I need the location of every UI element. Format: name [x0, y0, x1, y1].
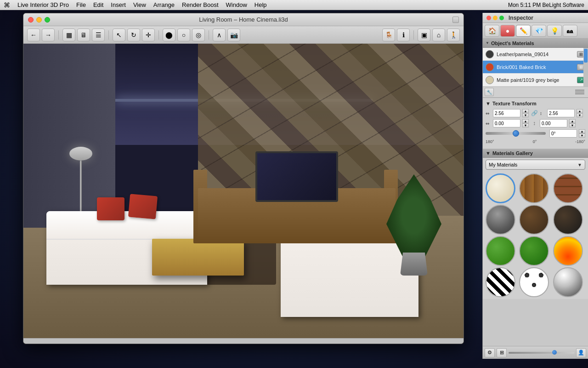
tx-rotation-step-down[interactable]: ▼	[579, 133, 585, 138]
swatch-zebra[interactable]	[486, 267, 515, 297]
insp-tab-gem[interactable]: 💎	[531, 25, 546, 37]
inspector-tabs: 🏠 ● ✏️ 💎 💡 🏘	[483, 23, 588, 39]
tx-rotation-stepper[interactable]: ▲ ▼	[579, 129, 585, 138]
furniture-btn[interactable]: 🪑	[382, 29, 395, 41]
tx-offsety-input[interactable]	[540, 119, 567, 127]
material-name-matte: Matte paint/1019 grey beige	[497, 77, 574, 83]
insp-add-btn[interactable]: ⚙	[485, 348, 495, 357]
render-btn[interactable]: 🖥	[77, 29, 90, 41]
rotation-label-min: 180°	[486, 139, 494, 144]
swatch-dark[interactable]	[553, 205, 583, 235]
insp-tab-light[interactable]: 💡	[547, 25, 562, 37]
swatch-fire[interactable]	[553, 236, 583, 266]
inspector-close-btn[interactable]	[486, 16, 491, 20]
rotation-slider-thumb[interactable]	[513, 130, 519, 137]
insp-tab-home[interactable]: 🏠	[485, 25, 499, 37]
2d-view-btn[interactable]: ▣	[418, 29, 430, 41]
tx-height-input[interactable]	[547, 109, 575, 117]
material-item-matte[interactable]: Matte paint/1019 grey beige ↗	[483, 74, 588, 86]
texture-transform-section: ▼ Texture Transform ⇔ 2.56 ▲ ▼ 🔗 ↕ ▲ ▼ ⇔…	[483, 98, 588, 149]
tx-height-step-up[interactable]: ▲	[577, 109, 583, 113]
viewport-scrollbar[interactable]	[23, 338, 464, 344]
donut-tool[interactable]: ◎	[192, 29, 205, 41]
arch-tool[interactable]: ∧	[213, 29, 226, 41]
sphere-tool[interactable]: ⬤	[163, 29, 175, 41]
walkthrough-btn[interactable]: 🚶	[447, 29, 460, 41]
rotation-slider-track[interactable]	[486, 132, 546, 135]
objects-materials-header: ▼ Object's Materials	[483, 39, 588, 48]
tx-width-stepper[interactable]: ▲ ▼	[522, 109, 529, 117]
insp-tab-edit[interactable]: ✏️	[516, 25, 531, 37]
menu-help[interactable]: Help	[254, 1, 267, 8]
gallery-dropdown-text: My Materials	[489, 162, 577, 167]
menu-edit[interactable]: Edit	[93, 1, 103, 8]
rotation-labels: 180° 0° -180°	[486, 139, 585, 144]
close-button[interactable]	[28, 17, 34, 23]
materials-list-scrollbar[interactable]	[583, 48, 588, 86]
tx-offsetx-input[interactable]	[493, 119, 520, 127]
back-btn[interactable]: ←	[27, 29, 40, 41]
window-title: Living Room – Home Cinema.li3d	[199, 16, 288, 23]
menu-view[interactable]: View	[133, 1, 146, 8]
swatch-leather[interactable]	[519, 205, 549, 235]
material-item-brick[interactable]: Brick/001 Baked Brick ⊞	[483, 61, 588, 74]
window-collapse-btn[interactable]	[452, 17, 459, 23]
tx-rotation-input[interactable]	[549, 129, 577, 138]
eyedropper-tool[interactable]: 🔧	[485, 88, 494, 96]
circle-tool[interactable]: ○	[177, 29, 190, 41]
tx-height-stepper[interactable]: ▲ ▼	[577, 109, 583, 117]
menu-window[interactable]: Window	[226, 1, 247, 8]
tx-offsety-stepper[interactable]: ▲ ▼	[569, 119, 576, 127]
apple-menu[interactable]: ⌘	[4, 1, 10, 9]
texture-transform-title: ▼ Texture Transform	[486, 101, 585, 106]
swatch-cream[interactable]	[486, 173, 515, 203]
3d-view-btn[interactable]: ⌂	[432, 29, 445, 41]
tx-offsetx-stepper[interactable]: ▲ ▼	[522, 119, 529, 127]
swatch-green1[interactable]	[486, 236, 515, 266]
menu-renderbst[interactable]: Render Boost	[182, 1, 219, 8]
select-tool[interactable]: ↖	[113, 29, 125, 41]
maximize-button[interactable]	[45, 17, 50, 23]
inspector-min-btn[interactable]	[493, 16, 498, 20]
swatch-metal[interactable]	[486, 205, 515, 235]
tx-offsetx-step-up[interactable]: ▲	[522, 119, 529, 123]
gallery-dropdown[interactable]: My Materials ▼	[486, 160, 585, 170]
forward-btn[interactable]: →	[42, 29, 55, 41]
info-btn[interactable]: ℹ	[397, 29, 410, 41]
tx-height-step-down[interactable]: ▼	[577, 113, 583, 117]
tx-width-input[interactable]: 2.56	[493, 109, 520, 117]
tx-offsety-step-down[interactable]: ▼	[569, 123, 576, 127]
tx-offsetx-step-down[interactable]: ▼	[522, 123, 529, 127]
insp-tab-material[interactable]: ●	[500, 25, 515, 37]
orbit-tool[interactable]: ↻	[127, 29, 140, 41]
insp-grid-btn[interactable]: ⊞	[497, 348, 507, 357]
tx-offset-row: ⇔ ▲ ▼ ↕ ▲ ▼	[486, 119, 585, 127]
menu-file[interactable]: File	[76, 1, 86, 8]
tx-width-step-up[interactable]: ▲	[522, 109, 529, 113]
swatch-spots[interactable]	[519, 267, 549, 297]
insp-tab-room[interactable]: 🏘	[563, 25, 577, 37]
tx-width-step-down[interactable]: ▼	[522, 113, 529, 117]
rotation-container: ▲ ▼ 180° 0° -180°	[486, 129, 585, 144]
viewport[interactable]	[23, 44, 464, 344]
material-item-leather[interactable]: Leather/pamela_09014 ⊞	[483, 48, 588, 61]
insp-person-btn[interactable]: 👤	[576, 348, 586, 357]
view-btn[interactable]: ☰	[92, 29, 105, 41]
tx-rotation-step-up[interactable]: ▲	[579, 129, 585, 133]
menu-arrange[interactable]: Arrange	[153, 1, 175, 8]
swatch-wood[interactable]	[519, 173, 549, 203]
inspector-max-btn[interactable]	[499, 16, 504, 20]
camera-btn[interactable]: 📷	[227, 29, 240, 41]
menu-insert[interactable]: Insert	[111, 1, 126, 8]
insp-zoom-slider[interactable]	[509, 352, 574, 354]
tx-offsety-step-up[interactable]: ▲	[569, 119, 576, 123]
move-tool[interactable]: ✛	[142, 29, 155, 41]
swatch-brick[interactable]	[553, 173, 583, 203]
menu-appname[interactable]: Live Interior 3D Pro	[17, 1, 69, 8]
main-window: Living Room – Home Cinema.li3d ← → ▦ 🖥 ☰…	[23, 13, 464, 344]
swatch-green2[interactable]	[519, 236, 549, 266]
floor-plan-btn[interactable]: ▦	[62, 29, 75, 41]
inspector-title: Inspector	[509, 15, 533, 21]
swatch-chrome[interactable]	[553, 267, 583, 297]
minimize-button[interactable]	[36, 17, 42, 23]
